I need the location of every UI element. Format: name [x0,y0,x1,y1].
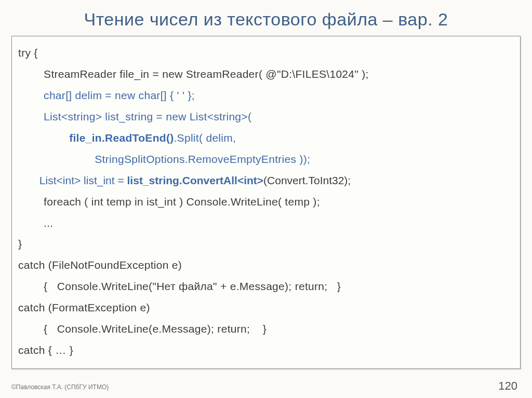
code-line: StreamReader file_in = new StreamReader(… [18,64,514,85]
code-line: catch (FileNotFoundException e) [18,255,514,276]
code-line: ... [18,213,514,234]
code-line: List<string> list_string = new List<stri… [18,106,514,128]
code-line: StringSplitOptions.RemoveEmptyEntries ))… [18,149,514,170]
code-text: List<int> list_int = [18,174,127,186]
code-line: catch (FormatException e) [18,297,514,319]
code-bold: list_string.ConvertAll<int> [127,174,264,186]
code-line: foreach ( int temp in ist_int ) Console.… [18,191,514,213]
slide-title: Чтение чисел из текстового файла – вар. … [0,0,532,36]
code-line: char[] delim = new char[] { ' ' }; [18,85,514,106]
code-text: (Convert.ToInt32); [263,174,351,186]
code-bold: file_in.ReadToEnd() [69,132,174,144]
footer-copyright: ©Павловская Т.А. (СПбГУ ИТМО) [11,383,109,391]
code-line: try { [18,43,514,64]
code-line: file_in.ReadToEnd().Split( delim, [18,128,514,149]
slide: Чтение чисел из текстового файла – вар. … [0,0,532,398]
code-line: List<int> list_int = list_string.Convert… [18,170,514,191]
code-block: try { StreamReader file_in = new StreamR… [11,36,521,369]
code-line: { Console.WriteLine("Нет файла" + e.Mess… [18,276,514,297]
code-line: } [18,234,514,255]
page-number: 120 [498,379,517,393]
code-line: { Console.WriteLine(e.Message); return; … [18,319,514,340]
code-text: .Split( delim, [174,132,236,144]
code-line: catch { … } [18,340,514,361]
indent [18,132,69,144]
